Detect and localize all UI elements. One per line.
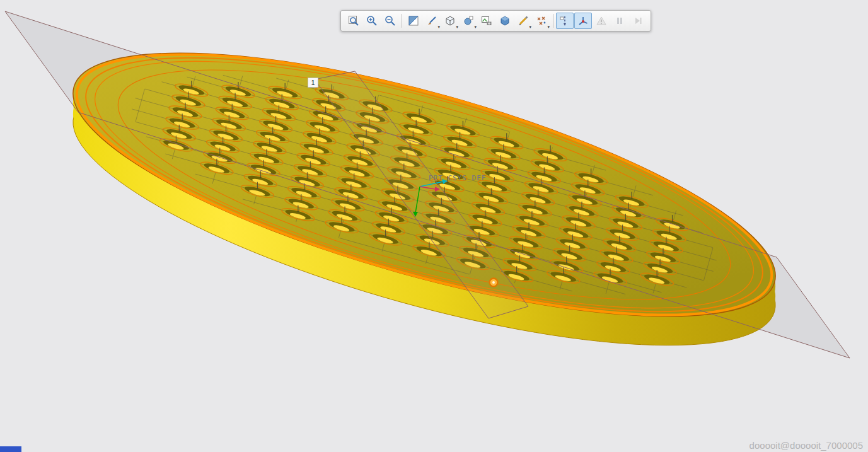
toolbar-button-datum-point-display[interactable]: ▾ (533, 13, 550, 29)
toolbar-button-display-cleanup[interactable]: ▾ (423, 13, 441, 29)
toolbar-button-repaint[interactable] (405, 13, 422, 29)
toolbar-button-csys-display[interactable] (574, 13, 592, 29)
toolbar-button-display-style[interactable]: ▾ (441, 13, 459, 29)
points-icon (536, 15, 547, 26)
repaint-icon (408, 15, 419, 26)
zoom-in-icon (366, 15, 378, 26)
blue-cube-icon (499, 15, 511, 26)
toolbar-button-capture-image[interactable] (478, 13, 495, 29)
toolbar-button-axis-display[interactable] (556, 13, 574, 29)
datum-plane-tag[interactable]: 1 (308, 78, 318, 88)
pause-icon (614, 15, 625, 26)
toolbar-button-view-manager[interactable] (496, 13, 514, 29)
dropdown-caret-icon: ▾ (437, 25, 440, 29)
toolbar-button-saved-orientations[interactable]: ▾ (460, 13, 477, 29)
axis-icon (559, 15, 570, 26)
dropdown-caret-icon: ▾ (456, 25, 458, 29)
toolbar-separator (402, 14, 402, 28)
3d-viewport[interactable]: PRT_CSYS_DEF (0, 0, 868, 452)
zoom-out-icon (385, 15, 396, 26)
zoom-fit-icon (348, 15, 359, 26)
toolbar-button-warnings[interactable] (593, 13, 610, 29)
toolbar-separator (553, 14, 553, 28)
taskbar-corner-strip (0, 446, 21, 452)
toolbar-button-zoom-in[interactable] (363, 13, 381, 29)
toolbar-button-resume[interactable] (629, 13, 647, 29)
toolbar-button-annotation-display[interactable]: ▾ (514, 13, 532, 29)
watermark-text: dooooit@dooooit_7000005 (749, 440, 863, 451)
warning-icon (596, 15, 607, 26)
pencil-icon (518, 15, 529, 26)
toolbar-button-pause[interactable] (611, 13, 628, 29)
cad-main-window: PRT_CSYS_DEF (0, 0, 868, 452)
cube-icon (444, 15, 456, 26)
dropdown-caret-icon: ▾ (529, 25, 531, 29)
dropdown-caret-icon: ▾ (474, 25, 477, 29)
resume-icon (632, 15, 644, 26)
csys-icon (577, 15, 589, 26)
camera-icon (481, 15, 492, 26)
brush-icon (426, 15, 437, 26)
view-toolbar: ▾ ▾ ▾ (340, 10, 651, 32)
spin-center (490, 279, 498, 287)
csys-label[interactable]: PRT_CSYS_DEF (429, 174, 486, 182)
dropdown-caret-icon: ▾ (547, 25, 550, 29)
orientation-icon (463, 15, 474, 26)
toolbar-button-zoom-out[interactable] (381, 13, 399, 29)
toolbar-button-zoom-fit[interactable] (345, 13, 362, 29)
